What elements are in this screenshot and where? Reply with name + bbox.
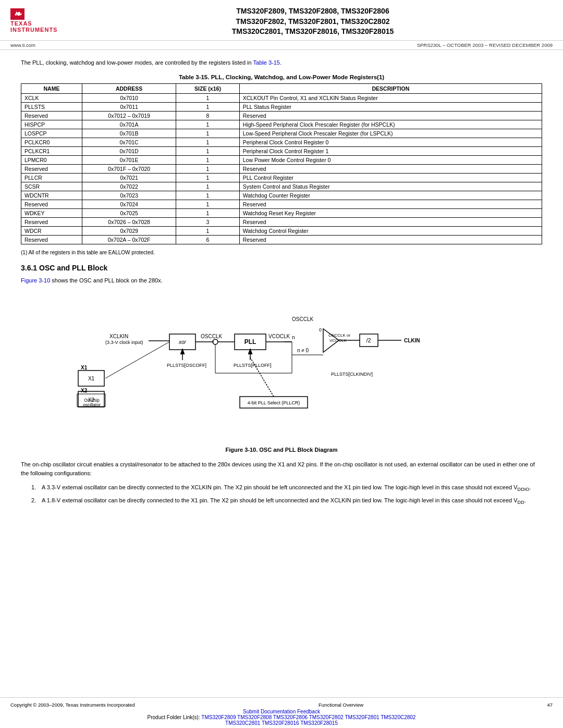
product-link-8[interactable]: TMS320F28016 <box>262 720 299 726</box>
intro-period: . <box>280 59 282 66</box>
page-footer: Copyright © 2003–2009, Texas Instruments… <box>0 697 563 728</box>
product-link-4[interactable]: TMS320F2802 <box>309 714 344 720</box>
table-row: WDCNTR0x70231Watchdog Counter Register <box>21 191 542 200</box>
table-footnote: (1) All of the registers in this table a… <box>21 250 542 255</box>
page-header: ❧ TEXAS INSTRUMENTS TMS320F2809, TMS320F… <box>0 0 563 41</box>
svg-text:PLLSTS[OSCOFF]: PLLSTS[OSCOFF] <box>167 363 206 368</box>
table-row: Reserved0x702A – 0x702F6Reserved <box>21 236 542 244</box>
footer-row1: Copyright © 2003–2009, Texas Instruments… <box>10 702 553 708</box>
ti-flag-icon: ❧ <box>10 8 25 20</box>
ti-instruments: INSTRUMENTS <box>10 27 57 33</box>
doc-ref: SPRS230L – OCTOBER 2003 – REVISED DECEMB… <box>417 42 553 48</box>
title-line3: TMS320C2801, TMS320F28016, TMS320F28015 <box>232 27 394 35</box>
product-link-3[interactable]: TMS320F2806 <box>273 714 308 720</box>
list-item-1: 1. A 3.3-V external oscillator can be di… <box>21 483 542 493</box>
product-link-2[interactable]: TMS320F2808 <box>237 714 272 720</box>
table-row: HISPCP0x701A1High-Speed Peripheral Clock… <box>21 120 542 129</box>
svg-text:xor: xor <box>178 339 187 345</box>
svg-text:X1: X1 <box>88 376 95 381</box>
col-address: ADDRESS <box>82 84 176 94</box>
svg-text:4-bit PLL Select (PLLCR): 4-bit PLL Select (PLLCR) <box>248 400 300 405</box>
svg-text:X1: X1 <box>81 365 88 371</box>
footer-section: Functional Overview <box>319 702 363 708</box>
svg-text:PLLSTS[CLKINDIV]: PLLSTS[CLKINDIV] <box>331 372 373 377</box>
list-item-2: 2. A 1.8-V external oscillator can be di… <box>21 496 542 506</box>
ti-logo: ❧ TEXAS INSTRUMENTS <box>10 8 73 33</box>
col-description: DESCRIPTION <box>239 84 542 94</box>
title-line1: TMS320F2809, TMS320F2808, TMS320F2806 <box>236 7 389 15</box>
table-row: WDCR0x70291Watchdog Control Register <box>21 227 542 236</box>
product-link-9[interactable]: TMS320F28015 <box>300 720 338 726</box>
list-text-2: A 1.8-V external oscillator can be direc… <box>42 496 526 506</box>
svg-text:CLKIN: CLKIN <box>404 338 420 343</box>
sub-header: www.ti.com SPRS230L – OCTOBER 2003 – REV… <box>0 41 563 50</box>
table-title: Table 3-15. PLL, Clocking, Watchdog, and… <box>21 74 542 80</box>
intro-text-static: The PLL, clocking, watchdog and low-powe… <box>21 59 253 66</box>
section-361-title: 3.6.1 OSC and PLL Block <box>21 264 107 272</box>
table-row: PLLCR0x70211PLL Control Register <box>21 174 542 182</box>
footer-page: 47 <box>547 702 553 708</box>
table-row: Reserved0x7012 – 0x70198Reserved <box>21 112 542 120</box>
product-links-label: Product Folder Link(s): <box>148 714 200 720</box>
table-row: XCLK0x70101XCLKOUT Pin Control, X1 and X… <box>21 94 542 103</box>
intro-paragraph: The PLL, clocking, watchdog and low-powe… <box>21 58 542 67</box>
table-row: Reserved0x701F – 0x70201Reserved <box>21 165 542 174</box>
product-link-5[interactable]: TMS320F2801 <box>345 714 379 720</box>
svg-text:0: 0 <box>319 327 322 332</box>
figure-link[interactable]: Figure 3-10 <box>21 277 50 283</box>
svg-text:X2: X2 <box>81 388 88 393</box>
table-row: PCLKCR00x701C1Peripheral Clock Control R… <box>21 138 542 147</box>
footer-row3: Product Folder Link(s): TMS320F2809 TMS3… <box>10 714 553 726</box>
main-content: The PLL, clocking, watchdog and low-powe… <box>0 50 563 518</box>
svg-text:OSCCLK or: OSCCLK or <box>328 333 351 338</box>
svg-text:PLL: PLL <box>244 338 256 346</box>
document-title: TMS320F2809, TMS320F2808, TMS320F2806 TM… <box>73 6 553 37</box>
svg-text:OSCCLK: OSCCLK <box>292 316 313 322</box>
table-row: PLLSTS0x70111PLL Status Register <box>21 103 542 112</box>
section-361-heading: 3.6.1 OSC and PLL Block <box>21 264 542 272</box>
registers-table: NAME ADDRESS SIZE (x16) DESCRIPTION XCLK… <box>21 83 542 244</box>
table-row: Reserved0x7026 – 0x70283Reserved <box>21 218 542 227</box>
table-row: PCLKCR10x701D1Peripheral Clock Control R… <box>21 147 542 156</box>
diagram-caption: Figure 3-10. OSC and PLL Block Diagram <box>21 447 542 453</box>
table-link[interactable]: Table 3-15 <box>253 59 280 66</box>
svg-line-42 <box>105 342 169 378</box>
diagram-container: X1 X2 On chip oscillator X1 X2 XCLKIN (3… <box>21 292 542 443</box>
col-size: SIZE (x16) <box>176 84 239 94</box>
table-row: WDKEY0x70251Watchdog Reset Key Register <box>21 209 542 218</box>
list-num-2: 2. <box>31 496 39 506</box>
section-361-subtext: Figure 3-10 shows the OSC and PLL block … <box>21 276 542 285</box>
col-name: NAME <box>21 84 82 94</box>
title-line2: TMS320F2802, TMS320F2801, TMS320C2802 <box>236 17 390 26</box>
svg-text:n: n <box>292 335 295 340</box>
section-subtext-post: shows the OSC and PLL block on the 280x. <box>50 277 162 283</box>
svg-text:n ≠ 0: n ≠ 0 <box>297 348 309 353</box>
block-diagram: X1 X2 On chip oscillator X1 X2 XCLKIN (3… <box>68 292 495 443</box>
ti-texas: TEXAS <box>10 20 32 27</box>
body-paragraph-1: The on-chip oscillator circuit enables a… <box>21 460 542 478</box>
svg-text:PLLSTS[PLLOFF]: PLLSTS[PLLOFF] <box>234 363 272 368</box>
footer-copyright: Copyright © 2003–2009, Texas Instruments… <box>10 702 135 708</box>
table-row: LOSPCP0x701B1Low-Speed Peripheral Clock … <box>21 129 542 138</box>
svg-text:/2: /2 <box>366 337 371 343</box>
svg-text:OSCCLK: OSCCLK <box>201 334 222 339</box>
svg-text:XCLKIN: XCLKIN <box>109 334 128 339</box>
product-link-1[interactable]: TMS320F2809 <box>201 714 236 720</box>
list-num-1: 1. <box>31 483 39 493</box>
website: www.ti.com <box>10 42 35 48</box>
svg-text:oscillator: oscillator <box>83 402 101 408</box>
svg-text:(3.3-V clock input): (3.3-V clock input) <box>105 340 143 345</box>
product-link-6[interactable]: TMS320C2802 <box>381 714 415 720</box>
logo-area: ❧ TEXAS INSTRUMENTS <box>10 6 73 33</box>
feedback-link[interactable]: Submit Documentation Feedback <box>243 709 320 714</box>
list-text-1: A 3.3-V external oscillator can be direc… <box>42 483 531 493</box>
svg-text:VCOCLK: VCOCLK <box>268 334 290 339</box>
table-row: LPMCR00x701E1Low Power Mode Control Regi… <box>21 156 542 165</box>
product-link-7[interactable]: TMS320C2801 <box>225 720 260 726</box>
footer-row2: Submit Documentation Feedback <box>10 709 553 714</box>
table-row: Reserved0x70241Reserved <box>21 200 542 209</box>
table-row: SCSR0x70221System Control and Status Reg… <box>21 182 542 191</box>
